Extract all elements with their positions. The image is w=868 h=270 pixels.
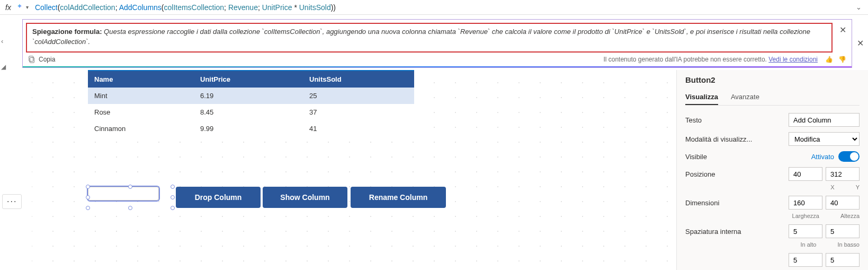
tok-collect: Collect (35, 3, 58, 12)
ai-disclaimer: Il contenuto generato dall'IA potrebbe n… (603, 56, 818, 63)
table-header: Name UnitPrice UnitsSold (88, 71, 414, 88)
copy-label: Copia (39, 56, 55, 63)
tree-collapse-icon[interactable]: ◢ (1, 63, 6, 71)
sel-handle[interactable] (171, 195, 175, 199)
svg-rect-0 (30, 57, 34, 63)
show-column-button[interactable]: Show Column (263, 187, 347, 208)
pad-bottom-input[interactable] (826, 224, 860, 238)
width-input[interactable] (789, 196, 822, 210)
height-input[interactable] (826, 196, 860, 210)
pos-x-input[interactable] (789, 167, 822, 181)
label-visible: Visibile (685, 153, 707, 161)
sel-handle[interactable] (128, 206, 132, 210)
data-table[interactable]: Name UnitPrice UnitsSold Mint 6.19 25 Ro… (88, 70, 414, 137)
label-text: Testo (685, 116, 702, 124)
formula-dropdown[interactable]: ▾ (26, 4, 29, 10)
copy-icon (28, 56, 35, 63)
visible-state: Attivato (811, 153, 834, 161)
left-gutter: ‹ ◢ (1, 24, 6, 71)
terms-link[interactable]: Vedi le condizioni (768, 56, 818, 63)
copilot-icon[interactable] (15, 3, 24, 12)
svg-rect-1 (29, 56, 33, 62)
displaymode-select[interactable]: Modifica (789, 132, 860, 146)
copy-button[interactable]: Copia (28, 56, 55, 63)
label-position: Posizione (685, 170, 715, 178)
thumbs-up-icon[interactable]: 👍 (825, 56, 833, 63)
text-input[interactable] (789, 113, 860, 127)
tab-display[interactable]: Visualizza (685, 90, 718, 105)
formula-bar: fx ▾ Collect(colAddCollection; AddColumn… (0, 0, 868, 15)
sel-handle[interactable] (171, 206, 175, 210)
pad-right-input[interactable] (826, 253, 860, 267)
label-displaymode: Modalità di visualizz... (685, 135, 752, 143)
pos-y-input[interactable] (826, 167, 860, 181)
panel-close-icon[interactable]: ✕ (857, 38, 864, 48)
rename-column-button[interactable]: Rename Column (351, 187, 446, 208)
tok-addcolumns: AddColumns (119, 3, 162, 12)
label-size: Dimensioni (685, 199, 719, 207)
table-row[interactable]: Mint 6.19 25 (88, 88, 414, 104)
back-icon[interactable]: ‹ (1, 37, 6, 45)
fx-label: fx (5, 3, 11, 12)
explanation-panel: ✕ Spiegazione formula: Questa espression… (22, 19, 852, 68)
label-padding: Spaziatura interna (685, 228, 741, 236)
properties-pane: Button2 Visualizza Avanzate Testo Modali… (676, 70, 868, 270)
thumbs-down-icon[interactable]: 👎 (838, 56, 846, 63)
col-name[interactable]: Name (88, 71, 194, 88)
pad-left-input[interactable] (789, 253, 822, 267)
sel-handle[interactable] (86, 185, 90, 189)
more-button[interactable]: ··· (2, 194, 22, 209)
control-name: Button2 (685, 75, 860, 84)
table-row[interactable]: Rose 8.45 37 (88, 104, 414, 120)
visible-toggle[interactable] (838, 151, 860, 162)
tab-advanced[interactable]: Avanzate (731, 90, 759, 105)
properties-tabs: Visualizza Avanzate (685, 90, 860, 106)
sel-handle[interactable] (86, 206, 90, 210)
formula-expand[interactable]: ⌄ (853, 3, 865, 11)
col-unitprice[interactable]: UnitPrice (194, 71, 303, 88)
table-row[interactable]: Cinnamon 9.99 41 (88, 120, 414, 137)
drop-column-button[interactable]: Drop Column (176, 187, 261, 208)
accent-bar (23, 66, 852, 67)
canvas[interactable]: Name UnitPrice UnitsSold Mint 6.19 25 Ro… (32, 70, 674, 270)
close-icon[interactable]: ✕ (839, 25, 846, 35)
explanation-title: Spiegazione formula: (32, 28, 102, 36)
sel-handle[interactable] (86, 195, 90, 199)
formula-text[interactable]: Collect(colAddCollection; AddColumns(col… (35, 3, 853, 12)
sel-handle[interactable] (128, 185, 132, 189)
pad-top-input[interactable] (789, 224, 822, 238)
sel-handle[interactable] (171, 185, 175, 189)
col-unitssold[interactable]: UnitsSold (303, 71, 414, 88)
add-column-button[interactable]: Add Column (88, 187, 159, 201)
